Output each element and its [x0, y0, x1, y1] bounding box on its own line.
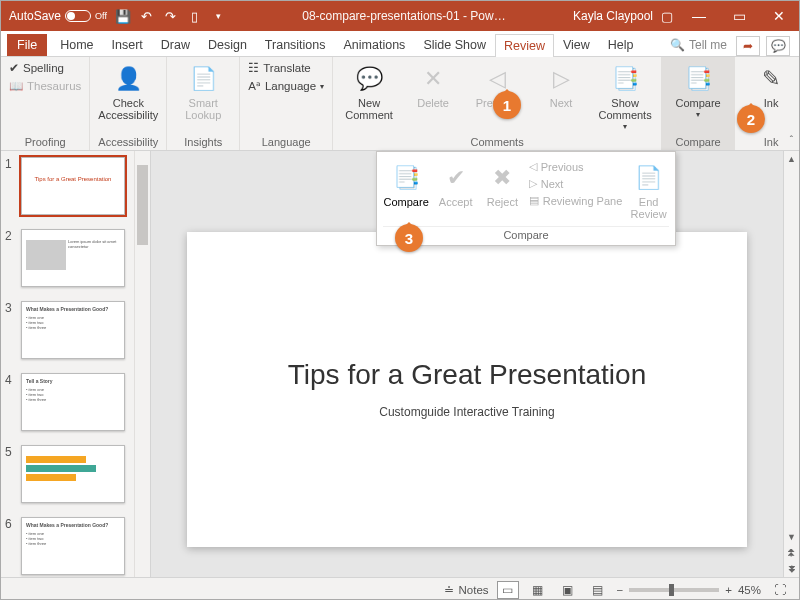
ribbon: ✔Spelling 📖Thesaurus Proofing 👤 Check Ac… — [1, 57, 799, 151]
close-button[interactable]: ✕ — [759, 1, 799, 31]
chevron-down-icon: ▾ — [320, 82, 324, 91]
tab-slide-show[interactable]: Slide Show — [414, 33, 495, 56]
minimize-button[interactable]: — — [679, 1, 719, 31]
dd-compare-button[interactable]: 📑Compare — [383, 160, 429, 210]
thumb-number: 4 — [5, 373, 15, 431]
status-bar: ≐ Notes ▭ ▦ ▣ ▤ − + 45% ⛶ — [1, 577, 799, 600]
group-label: Ink — [764, 134, 779, 148]
group-accessibility: 👤 Check Accessibility Accessibility — [90, 57, 167, 150]
group-label: Proofing — [25, 134, 66, 148]
share-button[interactable]: ➦ — [736, 36, 760, 56]
group-label: Insights — [184, 134, 222, 148]
zoom-out-button[interactable]: − — [617, 584, 624, 596]
tell-me-label: Tell me — [689, 38, 727, 52]
tell-me-search[interactable]: 🔍 Tell me — [664, 34, 733, 56]
notes-icon: ≐ — [444, 583, 454, 597]
spelling-icon: ✔ — [9, 61, 19, 75]
spelling-button[interactable]: ✔Spelling — [9, 61, 81, 75]
zoom-in-button[interactable]: + — [725, 584, 732, 596]
check-accessibility-button[interactable]: 👤 Check Accessibility — [100, 61, 156, 123]
smart-lookup-icon: 📄 — [187, 63, 219, 95]
tab-review[interactable]: Review — [495, 34, 554, 57]
callout-badge-3: 3 — [395, 224, 423, 252]
slide-thumbnail[interactable]: 6What Makes a Presentation Good?• item o… — [5, 517, 146, 575]
start-from-beginning-icon[interactable]: ▯ — [187, 8, 203, 24]
normal-view-button[interactable]: ▭ — [497, 581, 519, 599]
thumb-number: 5 — [5, 445, 15, 503]
smart-lookup-button[interactable]: 📄 Smart Lookup — [175, 61, 231, 123]
slide-canvas-area: 📑Compare ✔Accept ✖Reject ◁Previous ▷Next… — [151, 151, 783, 577]
workspace: 1Tips for a Great Presentation2Lorem ips… — [1, 151, 799, 577]
accessibility-icon: 👤 — [112, 63, 144, 95]
compare-button[interactable]: 📑Compare▾ — [670, 61, 726, 122]
translate-button[interactable]: ☷Translate — [248, 61, 324, 75]
slide-thumbnail-panel: 1Tips for a Great Presentation2Lorem ips… — [1, 151, 151, 577]
slideshow-view-button[interactable]: ▤ — [587, 581, 609, 599]
tab-animations[interactable]: Animations — [335, 33, 415, 56]
slide[interactable]: Tips for a Great Presentation Customguid… — [187, 232, 747, 547]
thumbnail-scrollbar[interactable] — [134, 151, 150, 577]
tab-view[interactable]: View — [554, 33, 599, 56]
autosave-toggle[interactable]: AutoSave Off — [9, 9, 107, 23]
thumb-number: 3 — [5, 301, 15, 359]
zoom-percent[interactable]: 45% — [738, 584, 761, 596]
thumb-number: 6 — [5, 517, 15, 575]
group-insights: 📄 Smart Lookup Insights — [167, 57, 240, 150]
slide-sorter-view-button[interactable]: ▦ — [527, 581, 549, 599]
redo-icon[interactable]: ↷ — [163, 8, 179, 24]
slide-thumbnail[interactable]: 5 — [5, 445, 146, 503]
slide-thumbnail[interactable]: 4Tell a Story• item one• item two• item … — [5, 373, 146, 431]
fit-to-window-button[interactable]: ⛶ — [769, 581, 791, 599]
autosave-switch-icon — [65, 10, 91, 22]
zoom-slider[interactable] — [629, 588, 719, 592]
tab-transitions[interactable]: Transitions — [256, 33, 335, 56]
vertical-scrollbar[interactable]: ▲ ▼ ⯭ ⯯ — [783, 151, 799, 577]
undo-icon[interactable]: ↶ — [139, 8, 155, 24]
ribbon-display-options-icon[interactable]: ▢ — [659, 8, 675, 24]
notes-button[interactable]: ≐ Notes — [444, 583, 488, 597]
qat-customize-icon[interactable]: ▾ — [211, 8, 227, 24]
comments-button[interactable]: 💬 — [766, 36, 790, 56]
thumb-preview: Tips for a Great Presentation — [21, 157, 125, 215]
chevron-down-icon: ▾ — [623, 123, 627, 132]
collapse-ribbon-icon[interactable]: ˆ — [790, 135, 793, 146]
callout-badge-2: 2 — [737, 105, 765, 133]
thumb-preview: What Makes a Presentation Good?• item on… — [21, 301, 125, 359]
file-tab[interactable]: File — [7, 34, 47, 56]
thumb-number: 2 — [5, 229, 15, 287]
quick-access-toolbar: AutoSave Off 💾 ↶ ↷ ▯ ▾ — [1, 8, 235, 24]
group-label: Accessibility — [98, 134, 158, 148]
save-icon[interactable]: 💾 — [115, 8, 131, 24]
thesaurus-button[interactable]: 📖Thesaurus — [9, 79, 81, 93]
thumb-preview: What Makes a Presentation Good?• item on… — [21, 517, 125, 575]
user-area[interactable]: Kayla Claypool ▢ — [573, 8, 679, 24]
autosave-label: AutoSave — [9, 9, 61, 23]
reject-icon: ✖ — [486, 162, 518, 194]
slide-thumbnail[interactable]: 2Lorem ipsum dolor sit amet consectetur — [5, 229, 146, 287]
dd-reject-button: ✖Reject — [482, 160, 523, 210]
slide-thumbnail[interactable]: 3What Makes a Presentation Good?• item o… — [5, 301, 146, 359]
scroll-up-icon[interactable]: ▲ — [784, 151, 799, 167]
tab-help[interactable]: Help — [599, 33, 643, 56]
thumb-preview: Lorem ipsum dolor sit amet consectetur — [21, 229, 125, 287]
new-comment-button[interactable]: 💬New Comment — [341, 61, 397, 123]
reading-view-button[interactable]: ▣ — [557, 581, 579, 599]
next-slide-icon[interactable]: ⯯ — [784, 561, 799, 577]
tab-home[interactable]: Home — [51, 33, 102, 56]
tab-insert[interactable]: Insert — [103, 33, 152, 56]
prev-slide-icon[interactable]: ⯭ — [784, 545, 799, 561]
tab-design[interactable]: Design — [199, 33, 256, 56]
scroll-down-icon[interactable]: ▼ — [784, 529, 799, 545]
group-label: Compare — [675, 134, 720, 148]
language-button[interactable]: AᵃLanguage▾ — [248, 79, 324, 93]
show-comments-button[interactable]: 📑Show Comments▾ — [597, 61, 653, 134]
group-language: ☷Translate AᵃLanguage▾ Language — [240, 57, 333, 150]
slide-subtitle: Customguide Interactive Training — [379, 405, 554, 419]
tab-draw[interactable]: Draw — [152, 33, 199, 56]
next-comment-button: ▷Next — [533, 61, 589, 111]
translate-icon: ☷ — [248, 61, 259, 75]
dd-previous-button: ◁Previous — [529, 160, 623, 173]
slide-thumbnail[interactable]: 1Tips for a Great Presentation — [5, 157, 146, 215]
document-title: 08-compare-presentations-01 - Pow… — [235, 9, 573, 23]
restore-button[interactable]: ▭ — [719, 1, 759, 31]
